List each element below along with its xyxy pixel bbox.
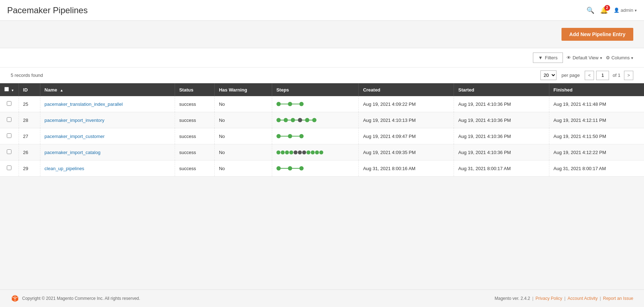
row-checkbox-cell[interactable] <box>0 96 19 112</box>
filters-label: Filters <box>545 55 558 60</box>
col-status-label: Status <box>179 87 194 93</box>
header: Pacemaker Pipelines 🔍 🔔 2 👤 admin <box>0 0 644 21</box>
col-header-started[interactable]: Started <box>454 83 549 96</box>
table-header-row: ▼ ID Name ▲ Status Has Warning <box>0 83 644 96</box>
row-name[interactable]: pacemaker_import_customer <box>40 128 175 144</box>
default-view-button[interactable]: 👁 Default View <box>566 55 602 60</box>
chevron-down-icon: ▼ <box>11 89 14 92</box>
notification-badge: 2 <box>604 5 610 11</box>
col-has-warning-label: Has Warning <box>219 87 247 93</box>
col-started-label: Started <box>458 87 474 93</box>
row-name[interactable]: pacemaker_import_catalog <box>40 144 175 160</box>
table-row: 25 pacemaker_translation_index_parallel … <box>0 96 644 112</box>
col-name-label: Name <box>45 87 57 93</box>
row-id: 28 <box>19 112 40 128</box>
row-has-warning: No <box>214 160 272 177</box>
prev-page-button[interactable]: < <box>585 71 594 80</box>
col-id-label: ID <box>23 87 28 93</box>
row-status: success <box>175 144 214 160</box>
row-checkbox-cell[interactable] <box>0 112 19 128</box>
footer-version: Magento ver. 2.4.2 <box>495 296 530 301</box>
row-name[interactable]: clean_up_pipelines <box>40 160 175 177</box>
columns-button[interactable]: ⚙ Columns <box>606 55 633 60</box>
admin-menu-button[interactable]: 👤 admin <box>614 8 637 13</box>
row-checkbox-cell[interactable] <box>0 144 19 160</box>
admin-label: admin <box>621 8 633 13</box>
footer-sep3: | <box>600 296 601 301</box>
row-started: Aug 31, 2021 8:00:17 AM <box>454 160 549 177</box>
chevron-left-icon: < <box>588 73 591 78</box>
header-actions: 🔍 🔔 2 👤 admin <box>586 6 637 14</box>
filters-button[interactable]: ▼ Filters <box>533 53 563 63</box>
col-header-name[interactable]: Name ▲ <box>40 83 175 96</box>
per-page-dropdown[interactable]: 20 30 50 <box>541 71 556 80</box>
table-row: 29 clean_up_pipelines success No Aug 31,… <box>0 160 644 177</box>
chevron-down-icon <box>600 55 602 60</box>
grid-controls: ▼ Filters 👁 Default View ⚙ Columns <box>0 48 644 68</box>
per-page-label: per page <box>561 73 580 78</box>
col-header-has-warning[interactable]: Has Warning <box>214 83 272 96</box>
row-status: success <box>175 160 214 177</box>
row-steps <box>272 96 359 112</box>
row-steps <box>272 128 359 144</box>
row-created: Aug 19, 2021 4:09:22 PM <box>359 96 454 112</box>
row-started: Aug 19, 2021 4:10:36 PM <box>454 112 549 128</box>
table-row: 27 pacemaker_import_customer success No … <box>0 128 644 144</box>
select-all-header[interactable]: ▼ <box>0 83 19 96</box>
account-activity-link[interactable]: Account Activity <box>568 296 598 301</box>
sort-arrow-icon: ▲ <box>60 88 64 92</box>
row-checkbox[interactable] <box>7 165 11 170</box>
row-checkbox-cell[interactable] <box>0 160 19 177</box>
col-header-steps[interactable]: Steps <box>272 83 359 96</box>
row-checkbox[interactable] <box>7 133 11 138</box>
row-finished: Aug 19, 2021 4:12:11 PM <box>549 112 644 128</box>
search-icon: 🔍 <box>586 7 594 14</box>
row-finished: Aug 19, 2021 4:11:50 PM <box>549 128 644 144</box>
pagination-controls: 20 30 50 per page < of 1 > <box>540 70 633 80</box>
footer-copyright: Copyright © 2021 Magento Commerce Inc. A… <box>22 296 140 301</box>
magento-logo <box>11 294 19 303</box>
data-table: ▼ ID Name ▲ Status Has Warning <box>0 83 644 177</box>
row-name[interactable]: pacemaker_translation_index_parallel <box>40 96 175 112</box>
row-has-warning: No <box>214 96 272 112</box>
row-checkbox[interactable] <box>7 117 11 122</box>
col-header-status[interactable]: Status <box>175 83 214 96</box>
row-steps <box>272 160 359 177</box>
report-issue-link[interactable]: Report an Issue <box>603 296 633 301</box>
per-page-select[interactable]: 20 30 50 <box>540 70 556 80</box>
row-created: Aug 19, 2021 4:10:13 PM <box>359 112 454 128</box>
row-id: 29 <box>19 160 40 177</box>
row-has-warning: No <box>214 144 272 160</box>
footer-sep1: | <box>532 296 533 301</box>
page-title: Pacemaker Pipelines <box>7 5 88 15</box>
pagination-row: 5 records found 20 30 50 per page < of 1… <box>0 68 644 83</box>
row-created: Aug 19, 2021 4:09:47 PM <box>359 128 454 144</box>
total-pages: of 1 <box>613 73 620 78</box>
footer: Copyright © 2021 Magento Commerce Inc. A… <box>0 289 644 307</box>
chevron-down-icon <box>635 8 637 13</box>
row-id: 25 <box>19 96 40 112</box>
row-started: Aug 19, 2021 4:10:36 PM <box>454 128 549 144</box>
privacy-policy-link[interactable]: Privacy Policy <box>535 296 562 301</box>
search-button[interactable]: 🔍 <box>586 6 594 14</box>
row-checkbox-cell[interactable] <box>0 128 19 144</box>
default-view-label: Default View <box>573 55 599 60</box>
row-status: success <box>175 112 214 128</box>
page-number-input[interactable] <box>596 71 609 80</box>
action-bar: Add New Pipeline Entry <box>0 21 644 48</box>
col-finished-label: Finished <box>554 87 573 93</box>
next-page-button[interactable]: > <box>624 71 633 80</box>
col-header-finished[interactable]: Finished <box>549 83 644 96</box>
row-id: 26 <box>19 144 40 160</box>
footer-sep2: | <box>564 296 565 301</box>
row-checkbox[interactable] <box>7 101 11 106</box>
row-name[interactable]: pacemaker_import_inventory <box>40 112 175 128</box>
col-header-id[interactable]: ID <box>19 83 40 96</box>
row-checkbox[interactable] <box>7 149 11 154</box>
eye-icon: 👁 <box>566 55 571 60</box>
col-header-created[interactable]: Created <box>359 83 454 96</box>
table-row: 28 pacemaker_import_inventory success No… <box>0 112 644 128</box>
notification-button[interactable]: 🔔 2 <box>600 6 608 14</box>
add-pipeline-button[interactable]: Add New Pipeline Entry <box>561 28 633 41</box>
select-all-checkbox[interactable] <box>4 87 9 91</box>
